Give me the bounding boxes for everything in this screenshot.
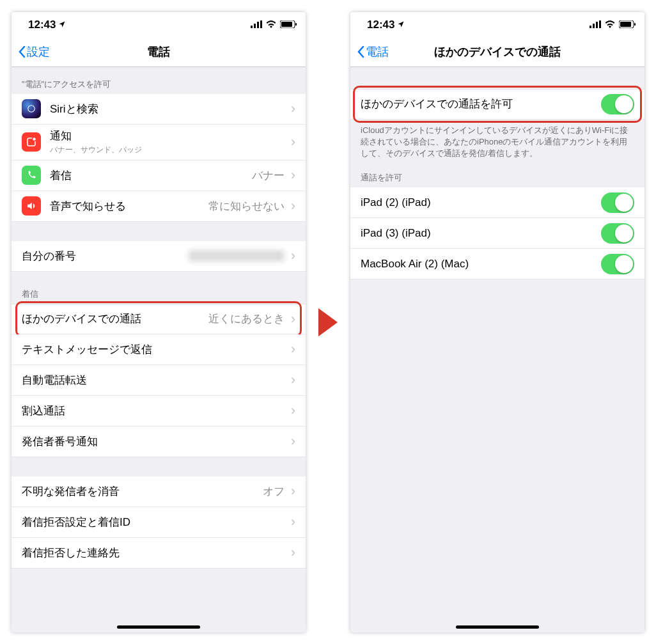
redacted-number xyxy=(189,250,285,262)
chevron-right-icon: › xyxy=(291,514,295,530)
siri-cell[interactable]: Siriと検索 › xyxy=(12,94,306,125)
incoming-style-cell[interactable]: 着信 バナー › xyxy=(12,161,306,191)
svg-rect-5 xyxy=(281,22,292,27)
back-label: 電話 xyxy=(366,44,389,59)
notifications-cell[interactable]: 通知 バナー、サウンド、バッジ › xyxy=(12,125,306,161)
my-number-cell[interactable]: 自分の番号 › xyxy=(12,241,306,272)
nav-bar: 電話 ほかのデバイスでの通話 xyxy=(350,38,644,67)
page-title: ほかのデバイスでの通話 xyxy=(350,44,644,59)
notif-sublabel: バナー、サウンド、バッジ xyxy=(50,145,287,155)
silence-unknown-cell[interactable]: 不明な発信者を消音 オフ › xyxy=(12,476,306,507)
signal-icon xyxy=(590,19,601,31)
phone-settings-screen: 12:43 設定 電話 "電話"にアクセスを許可 xyxy=(12,12,306,632)
arrow-icon xyxy=(318,308,338,336)
call-forwarding-cell[interactable]: 自動電話転送 › xyxy=(12,365,306,396)
home-indicator[interactable] xyxy=(117,625,200,629)
svg-rect-11 xyxy=(593,24,595,28)
block-settings-label: 着信拒否設定と着信ID xyxy=(22,515,287,530)
incoming-label: 着信 xyxy=(50,168,252,183)
call-waiting-cell[interactable]: 割込通話 › xyxy=(12,396,306,427)
section-header-access: "電話"にアクセスを許可 xyxy=(12,67,306,94)
call-waiting-label: 割込通話 xyxy=(22,404,287,418)
section-header-allow: 通話を許可 xyxy=(350,169,644,187)
device-label: iPad (2) (iPad) xyxy=(361,196,601,209)
silence-unknown-value: オフ xyxy=(263,484,285,499)
allow-other-devices-cell[interactable]: ほかのデバイスでの通話を許可 xyxy=(350,89,644,120)
footer-description: iCloudアカウントにサインインしているデバイスが近くにありWi-Fiに接続さ… xyxy=(350,120,644,170)
svg-rect-15 xyxy=(620,22,631,27)
settings-list[interactable]: ほかのデバイスでの通話を許可 iCloudアカウントにサインインしているデバイス… xyxy=(350,67,644,632)
text-reply-label: テキストメッセージで返信 xyxy=(22,342,287,357)
svg-rect-0 xyxy=(251,26,253,28)
caller-id-notify-label: 発信者番号通知 xyxy=(22,434,287,449)
device-toggle[interactable] xyxy=(601,192,634,213)
back-button[interactable]: 設定 xyxy=(18,44,50,59)
back-label: 設定 xyxy=(27,44,50,59)
svg-point-7 xyxy=(28,106,35,113)
blocked-contacts-label: 着信拒否した連絡先 xyxy=(22,546,287,560)
chevron-right-icon: › xyxy=(291,198,295,214)
call-forward-label: 自動電話転送 xyxy=(22,373,287,388)
device-cell[interactable]: iPad (3) (iPad) xyxy=(350,218,644,249)
settings-list[interactable]: "電話"にアクセスを許可 Siriと検索 › 通知 バナー、サウンド、バッジ ›… xyxy=(12,67,306,632)
siri-icon xyxy=(22,99,41,118)
svg-rect-13 xyxy=(599,20,601,28)
nav-bar: 設定 電話 xyxy=(12,38,306,67)
notif-label: 通知 xyxy=(50,129,287,143)
chevron-right-icon: › xyxy=(291,167,295,184)
text-reply-cell[interactable]: テキストメッセージで返信 › xyxy=(12,334,306,365)
device-cell[interactable]: iPad (2) (iPad) xyxy=(350,187,644,218)
svg-rect-3 xyxy=(260,20,262,28)
chevron-right-icon: › xyxy=(291,311,295,327)
blocked-contacts-cell[interactable]: 着信拒否した連絡先 › xyxy=(12,538,306,569)
announce-calls-cell[interactable]: 音声で知らせる 常に知らせない › xyxy=(12,191,306,222)
section-header-incoming: 着信 xyxy=(12,272,306,304)
voice-label: 音声で知らせる xyxy=(50,199,208,214)
svg-rect-10 xyxy=(590,26,591,28)
home-indicator[interactable] xyxy=(456,625,539,629)
wifi-icon xyxy=(266,19,276,31)
chevron-right-icon: › xyxy=(291,247,295,264)
block-settings-cell[interactable]: 着信拒否設定と着信ID › xyxy=(12,507,306,538)
device-toggle[interactable] xyxy=(601,223,634,244)
signal-icon xyxy=(251,19,262,31)
status-bar: 12:43 xyxy=(12,12,306,38)
other-devices-label: ほかのデバイスでの通話 xyxy=(22,311,208,326)
caller-id-notify-cell[interactable]: 発信者番号通知 › xyxy=(12,427,306,457)
chevron-left-icon xyxy=(18,45,26,58)
siri-label: Siriと検索 xyxy=(50,102,287,116)
allow-toggle[interactable] xyxy=(601,94,634,114)
silence-unknown-label: 不明な発信者を消音 xyxy=(22,484,263,499)
svg-point-9 xyxy=(33,137,36,141)
svg-rect-1 xyxy=(254,24,256,28)
device-cell[interactable]: MacBook Air (2) (Mac) xyxy=(350,249,644,279)
status-time: 12:43 xyxy=(28,19,56,31)
status-bar: 12:43 xyxy=(350,12,644,38)
chevron-right-icon: › xyxy=(291,544,295,561)
device-label: MacBook Air (2) (Mac) xyxy=(361,258,601,271)
other-devices-cell[interactable]: ほかのデバイスでの通話 近くにあるとき › xyxy=(12,304,306,334)
page-title: 電話 xyxy=(12,44,306,59)
incoming-value: バナー xyxy=(252,168,285,183)
svg-rect-16 xyxy=(634,23,636,26)
chevron-right-icon: › xyxy=(291,372,295,388)
location-icon xyxy=(397,19,405,31)
phone-other-devices-screen: 12:43 電話 ほかのデバイスでの通話 ほかのデバイスでの通話 xyxy=(350,12,644,632)
chevron-left-icon xyxy=(357,45,364,58)
chevron-right-icon: › xyxy=(291,483,295,499)
battery-icon xyxy=(619,19,636,31)
battery-icon xyxy=(280,19,297,31)
status-time: 12:43 xyxy=(367,19,394,31)
my-number-label: 自分の番号 xyxy=(22,249,189,263)
back-button[interactable]: 電話 xyxy=(357,44,389,59)
chevron-right-icon: › xyxy=(291,341,295,357)
other-devices-value: 近くにあるとき xyxy=(208,311,285,326)
voice-value: 常に知らせない xyxy=(208,199,285,214)
location-icon xyxy=(58,19,66,31)
device-label: iPad (3) (iPad) xyxy=(361,227,601,240)
wifi-icon xyxy=(605,19,615,31)
chevron-right-icon: › xyxy=(291,433,295,450)
device-toggle[interactable] xyxy=(601,254,634,274)
phone-incoming-icon xyxy=(22,166,41,185)
allow-label: ほかのデバイスでの通話を許可 xyxy=(361,97,601,111)
